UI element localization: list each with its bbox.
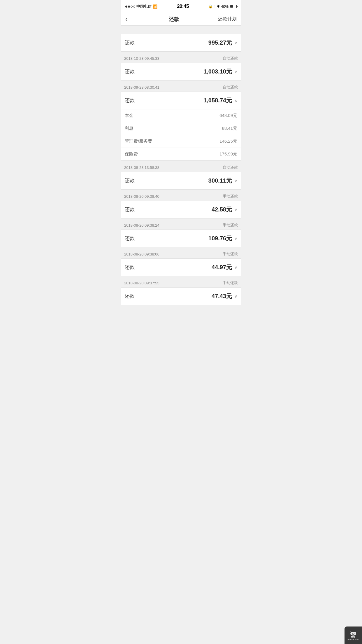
payment-card-r8: 还款 47.43元 ∨ (121, 287, 241, 305)
detail-value-principal: 648.09元 (219, 113, 237, 118)
detail-value-interest: 88.41元 (222, 126, 237, 131)
payment-amount-r2: 1,003.10元 (203, 68, 232, 76)
top-gap (121, 29, 241, 32)
payment-card-r1: 还款 995.27元 ∨ (121, 34, 241, 52)
lock-icon: 🔒 (208, 4, 213, 8)
section-info-r5: 2018-08-20 09:38:40 手动还款 (121, 192, 241, 201)
payment-amount-row-r2: 1,003.10元 ∨ (203, 68, 237, 76)
detail-rows-r3: 本金 648.09元 利息 88.41元 管理费/服务费 146.25元 保险费… (121, 109, 241, 160)
section-date-r8: 2018-08-20 09:37:55 (124, 281, 159, 285)
payment-main-row-r8[interactable]: 还款 47.43元 ∨ (121, 288, 241, 305)
section-type-r7: 手动还款 (223, 251, 238, 257)
battery-fill (230, 5, 233, 8)
detail-label-principal: 本金 (125, 113, 133, 118)
dot3 (131, 6, 133, 8)
chevron-down-icon-r4: ∨ (234, 178, 237, 183)
payment-label-r4: 还款 (125, 177, 135, 184)
payment-amount-r3: 1,058.74元 (203, 97, 232, 104)
bluetooth-icon: ✱ (217, 4, 220, 8)
payment-amount-row-r8: 47.43元 ∨ (212, 292, 237, 300)
gap-3 (121, 80, 241, 83)
payment-amount-row-r7: 44.97元 ∨ (212, 263, 237, 271)
section-date-r3: 2018-09-23 08:30:41 (124, 85, 159, 90)
chevron-down-icon-r7: ∨ (234, 265, 237, 270)
content-area: 还款 995.27元 ∨ 2018-10-23 09:45:33 自动还款 还款… (121, 26, 241, 309)
payment-card-r6: 还款 109.76元 ∨ (121, 230, 241, 247)
carrier-label: 中国电信 (136, 4, 152, 9)
payment-amount-row-r1: 995.27元 ∨ (208, 39, 237, 47)
payment-main-row-r7[interactable]: 还款 44.97元 ∨ (121, 259, 241, 276)
payment-amount-row-r4: 300.11元 ∨ (208, 177, 237, 185)
payment-main-row-r6[interactable]: 还款 109.76元 ∨ (121, 230, 241, 247)
location-icon: ↑ (214, 4, 216, 8)
chevron-up-icon-r3: ∧ (234, 98, 237, 103)
payment-label-r1: 还款 (125, 39, 135, 46)
payment-main-row-r3[interactable]: 还款 1,058.74元 ∧ (121, 92, 241, 109)
back-button[interactable]: ‹ (125, 14, 130, 24)
section-info-r2: 2018-10-23 09:45:33 自动还款 (121, 54, 241, 63)
section-type-r8: 手动还款 (223, 280, 238, 286)
payment-amount-r5: 42.58元 (212, 206, 232, 214)
section-type-r3: 自动还款 (223, 85, 238, 90)
payment-label-r6: 还款 (125, 235, 135, 242)
payment-amount-row-r3: 1,058.74元 ∧ (203, 97, 237, 104)
section-info-r7: 2018-08-20 09:38:06 手动还款 (121, 250, 241, 258)
detail-row-insurance: 保险费 175.99元 (121, 148, 241, 160)
payment-label-r8: 还款 (125, 293, 135, 300)
payment-label-r3: 还款 (125, 97, 135, 104)
section-info-r3: 2018-09-23 08:30:41 自动还款 (121, 83, 241, 92)
chevron-down-icon-r8: ∨ (234, 294, 237, 299)
dot1 (125, 6, 127, 8)
section-date-r6: 2018-08-20 09:38:24 (124, 223, 159, 228)
battery-icon (230, 5, 237, 8)
status-time: 20:45 (177, 4, 189, 9)
section-info-r8: 2018-08-20 09:37:55 手动还款 (121, 279, 241, 287)
detail-value-insurance: 175.99元 (219, 151, 237, 157)
chevron-down-icon-r1: ∨ (234, 41, 237, 45)
detail-row-service-fee: 管理费/服务费 146.25元 (121, 135, 241, 148)
status-left: 中国电信 📶 (125, 4, 157, 9)
status-right: 🔒 ↑ ✱ 40% (208, 4, 237, 9)
detail-label-insurance: 保险费 (125, 151, 138, 157)
payment-amount-r6: 109.76元 (208, 235, 232, 242)
payment-amount-row-r6: 109.76元 ∨ (208, 235, 237, 242)
payment-card-r5: 还款 42.58元 ∨ (121, 201, 241, 218)
repayment-plan-button[interactable]: 还款计划 (218, 16, 237, 22)
section-type-r6: 手动还款 (223, 223, 238, 228)
gap-5 (121, 190, 241, 192)
gap-4 (121, 161, 241, 163)
section-type-r5: 手动还款 (223, 194, 238, 199)
payment-label-r7: 还款 (125, 264, 135, 271)
gap-8 (121, 276, 241, 279)
gap-6 (121, 218, 241, 221)
battery-percentage: 40% (221, 4, 229, 9)
detail-label-service-fee: 管理费/服务费 (125, 139, 152, 144)
payment-card-r4: 还款 300.11元 ∨ (121, 172, 241, 190)
payment-main-row-r5[interactable]: 还款 42.58元 ∨ (121, 201, 241, 218)
dot2 (128, 6, 130, 8)
payment-amount-r7: 44.97元 (212, 263, 232, 271)
detail-row-interest: 利息 88.41元 (121, 122, 241, 135)
payment-label-r5: 还款 (125, 206, 135, 213)
gap-7 (121, 247, 241, 250)
nav-title: 还款 (169, 16, 179, 23)
section-type-r2: 自动还款 (223, 56, 238, 61)
payment-card-r3: 还款 1,058.74元 ∧ 本金 648.09元 利息 88.41元 管理费/… (121, 92, 241, 161)
status-bar: 中国电信 📶 20:45 🔒 ↑ ✱ 40% (121, 0, 241, 13)
detail-value-service-fee: 146.25元 (219, 139, 237, 144)
payment-main-row-r1[interactable]: 还款 995.27元 ∨ (121, 34, 241, 51)
signal-dots (125, 6, 135, 8)
payment-main-row-r4[interactable]: 还款 300.11元 ∨ (121, 172, 241, 189)
payment-card-r7: 还款 44.97元 ∨ (121, 258, 241, 276)
section-date-r2: 2018-10-23 09:45:33 (124, 56, 159, 61)
payment-card-r2: 还款 1,003.10元 ∨ (121, 63, 241, 80)
chevron-down-icon-r5: ∨ (234, 207, 237, 212)
wifi-icon: 📶 (153, 4, 157, 9)
payment-main-row-r2[interactable]: 还款 1,003.10元 ∨ (121, 63, 241, 80)
detail-label-interest: 利息 (125, 126, 133, 131)
detail-row-principal: 本金 648.09元 (121, 109, 241, 122)
section-info-r4: 2018-08-23 13:58:38 自动还款 (121, 163, 241, 172)
section-date-r5: 2018-08-20 09:38:40 (124, 194, 159, 199)
chevron-down-icon-r2: ∨ (234, 69, 237, 74)
payment-amount-r8: 47.43元 (212, 292, 232, 300)
